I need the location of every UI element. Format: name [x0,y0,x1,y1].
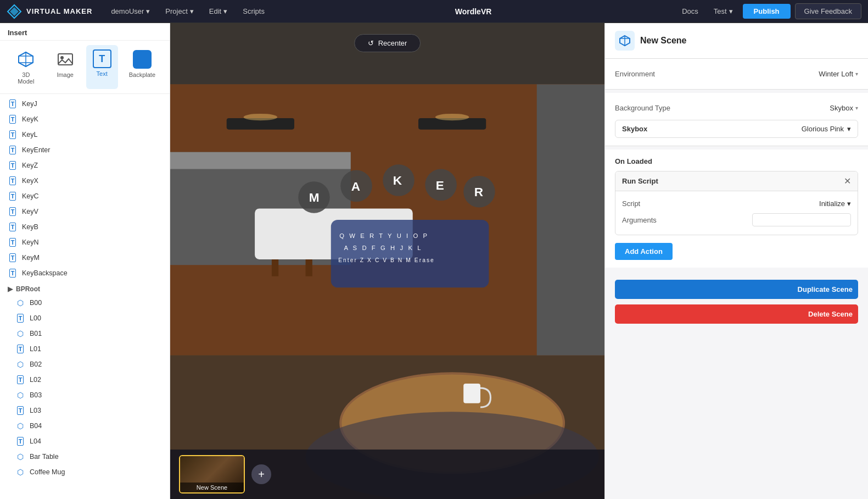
nav-scripts[interactable]: Scripts [237,5,270,18]
svg-text:M: M [309,191,320,204]
text-item-icon: T [8,114,18,124]
list-item-bartable[interactable]: ⬡ Bar Table [0,449,170,464]
item-label: KeyM [22,254,40,262]
nav-demouser[interactable]: demoUser ▾ [105,5,155,18]
svg-rect-14 [537,84,604,355]
skybox-row: Skybox Glorious Pink ▾ [615,120,858,138]
chevron-down-icon: ▾ [855,105,858,111]
scene-cube-icon [619,35,631,47]
list-item[interactable]: T KeyK [0,112,170,127]
item-label: Coffee Mug [30,468,65,476]
list-item[interactable]: T L04 [0,434,170,449]
item-label: KeyX [22,177,38,185]
hex-icon: ⬡ [15,298,25,308]
text-item-icon: T [15,313,25,323]
hex-icon: ⬡ [15,390,25,400]
text-icon: T [93,49,111,68]
tool-3dmodel[interactable]: 3D Model [8,45,44,89]
docs-button[interactable]: Docs [676,5,704,18]
feedback-button[interactable]: Give Feedback [795,3,861,19]
list-item[interactable]: T KeyX [0,173,170,188]
section-bproot[interactable]: ▶ BPRoot [0,281,170,295]
chevron-down-icon: ▾ [223,7,227,15]
list-item[interactable]: T KeyL [0,127,170,142]
tool-image[interactable]: Image [49,45,82,89]
list-item[interactable]: T KeyZ [0,158,170,173]
logo-area: VIRTUAL MAKER [7,4,92,19]
close-run-script-button[interactable]: ✕ [844,176,851,186]
app-name: VIRTUAL MAKER [26,7,92,15]
item-label: L02 [30,376,41,384]
chevron-down-icon: ▾ [855,71,858,77]
list-item[interactable]: T KeyBackspace [0,265,170,281]
left-panel: Insert 3D Model Image T Text [0,23,170,499]
item-label: B03 [30,391,42,399]
tool-backplate[interactable]: Backplate [122,45,162,89]
list-item[interactable]: T L02 [0,372,170,387]
list-item[interactable]: T KeyV [0,204,170,219]
text-item-icon: T [8,207,18,217]
tool-text[interactable]: T Text [86,45,118,89]
background-type-value[interactable]: Skybox ▾ [830,104,858,112]
arguments-input[interactable] [752,213,851,226]
list-item[interactable]: ⬡ B04 [0,418,170,434]
item-label: KeyN [22,239,39,246]
publish-button[interactable]: Publish [743,4,791,19]
item-label: KeyJ [22,100,37,108]
3dmodel-icon [16,49,36,69]
list-item[interactable]: ⬡ B03 [0,387,170,403]
test-button[interactable]: Test ▾ [708,5,738,18]
room-illustration: Q W E R T Y U I O P A S D F G H J K L En… [170,23,604,499]
add-action-button[interactable]: Add Action [615,243,673,260]
on-loaded-section: On Loaded Run Script ✕ Script Initialize… [605,149,868,268]
text-item-icon: T [8,222,18,232]
list-item[interactable]: T L03 [0,403,170,418]
item-label: L00 [30,314,41,322]
hex-icon: ⬡ [15,329,25,339]
environment-section: Environment Winter Loft ▾ [605,59,868,90]
script-select[interactable]: Initialize ▾ [819,199,851,208]
item-label: KeyL [22,131,38,138]
right-panel: New Scene Environment Winter Loft ▾ Back… [604,23,868,499]
background-type-row: Background Type Skybox ▾ [615,101,858,115]
list-item[interactable]: ⬡ B00 [0,295,170,311]
hex-icon: ⬡ [15,359,25,369]
skybox-select[interactable]: Glorious Pink ▾ [802,125,851,133]
duplicate-scene-button[interactable]: Duplicate Scene [615,280,858,299]
list-item-coffeemug[interactable]: ⬡ Coffee Mug [0,464,170,480]
list-item[interactable]: T KeyC [0,188,170,204]
list-item[interactable]: T KeyN [0,235,170,250]
item-label: Bar Table [30,453,59,461]
nav-project[interactable]: Project ▾ [160,5,199,18]
text-item-icon: T [15,436,25,446]
list-item[interactable]: T KeyJ [0,96,170,112]
item-label: L03 [30,407,41,414]
nav-center: WordleVR [275,7,672,16]
text-item-icon: T [8,237,18,247]
add-scene-button[interactable]: + [251,464,271,484]
list-item[interactable]: ⬡ B02 [0,357,170,372]
scene-icon-box [615,31,635,51]
list-item[interactable]: T KeyEnter [0,142,170,158]
scene-thumbnail[interactable]: New Scene [179,455,245,494]
text-item-icon: T [8,176,18,186]
svg-point-18 [435,114,469,120]
list-item[interactable]: T L00 [0,311,170,326]
topnav: VIRTUAL MAKER demoUser ▾ Project ▾ Edit … [0,0,868,23]
list-item[interactable]: ⬡ B01 [0,326,170,341]
delete-scene-button[interactable]: Delete Scene [615,304,858,324]
svg-text:R: R [474,185,483,199]
logo-icon [7,4,22,19]
item-label: KeyK [22,115,38,123]
scene-bar: New Scene + [170,450,604,499]
item-label: KeyC [22,192,39,200]
recenter-button[interactable]: ↺ Recenter [354,34,421,52]
list-item[interactable]: T KeyB [0,219,170,235]
list-item[interactable]: T KeyM [0,250,170,265]
chevron-down-icon: ▾ [190,7,194,15]
nav-edit[interactable]: Edit ▾ [204,5,233,18]
script-row: Script Initialize ▾ [622,197,851,210]
list-item[interactable]: T L01 [0,341,170,357]
environment-value[interactable]: Winter Loft ▾ [819,70,858,78]
svg-text:Enter Z X C V B N M Erase: Enter Z X C V B N M Erase [338,257,435,263]
